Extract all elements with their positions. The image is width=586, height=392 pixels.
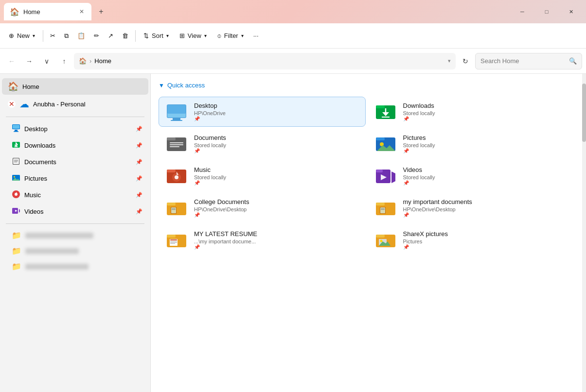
sidebar-item-desktop[interactable]: Desktop 📌 — [2, 121, 148, 137]
folder-item-documents[interactable]: Documents Stored locally 📌 — [159, 129, 366, 159]
toolbar-sep-1 — [43, 30, 43, 42]
tab-close-button[interactable]: ✕ — [78, 8, 86, 16]
sidebar-blurred-1[interactable]: 📁 — [2, 228, 148, 243]
svg-rect-55 — [376, 203, 385, 205]
svg-rect-61 — [167, 235, 176, 238]
home-tab[interactable]: 🏠 Home ✕ — [4, 3, 91, 20]
svg-rect-2 — [15, 130, 18, 131]
folder-item-sharex[interactable]: ShareX pictures Pictures 📌 — [368, 225, 575, 255]
sidebar-separator-2 — [6, 223, 144, 224]
sort-button[interactable]: ⇅ Sort ▾ — [139, 29, 174, 42]
sort-dropdown-icon: ▾ — [166, 33, 169, 38]
up-button[interactable]: ↑ — [56, 53, 72, 69]
sidebar-item-pictures[interactable]: Pictures 📌 — [2, 170, 148, 187]
sidebar-item-downloads[interactable]: Downloads 📌 — [2, 137, 148, 153]
close-button[interactable]: ✕ — [560, 4, 582, 19]
toolbar: ⊕ New ▾ ✂ ⧉ 📋 ✏ ↗ 🗑 ⇅ Sort ▾ ⊞ View ▾ ⌽ … — [0, 23, 586, 49]
svg-rect-25 — [171, 120, 182, 121]
share-icon: ↗ — [108, 32, 113, 39]
svg-marker-46 — [391, 171, 395, 183]
folder-item-music[interactable]: Music Stored locally 📌 — [159, 161, 366, 191]
cut-button[interactable]: ✂ — [46, 29, 59, 42]
svg-rect-64 — [170, 241, 177, 242]
title-bar: 🏠 Home ✕ + ─ □ ✕ — [0, 0, 586, 23]
folder-grid: Desktop HP\OneDrive 📌 Do — [159, 97, 574, 255]
myimportant-pin: 📌 — [403, 212, 568, 218]
documents-folder-name: Documents — [194, 134, 359, 141]
svg-rect-58 — [381, 208, 385, 209]
videos-folder-info: Videos Stored locally 📌 — [403, 166, 568, 186]
videos-pin: 📌 — [403, 180, 568, 186]
sidebar-blurred-3[interactable]: 📁 — [2, 259, 148, 274]
forward-button[interactable]: → — [21, 53, 37, 69]
svg-rect-59 — [381, 209, 385, 210]
sidebar-item-home[interactable]: 🏠 Home — [2, 78, 148, 95]
sort-icon: ⇅ — [143, 32, 149, 39]
svg-rect-68 — [376, 235, 385, 238]
folder-item-resume[interactable]: MY LATEST RESUME ...\my important docume… — [159, 225, 366, 255]
view-dropdown-icon: ▾ — [204, 33, 207, 38]
rename-button[interactable]: ✏ — [90, 29, 103, 42]
sort-label: Sort — [152, 32, 163, 39]
new-tab-button[interactable]: + — [93, 4, 109, 19]
view-label: View — [188, 32, 201, 39]
svg-rect-10 — [14, 160, 18, 160]
folder-item-myimportant[interactable]: my important documents HP\OneDrive\Deskt… — [368, 193, 575, 223]
new-icon: ⊕ — [9, 32, 14, 39]
desktop-pin-icon: 📌 — [136, 126, 142, 132]
address-path[interactable]: 🏠 › Home ▾ — [74, 53, 456, 69]
maximize-button[interactable]: □ — [535, 4, 558, 19]
sidebar-blurred-2[interactable]: 📁 — [2, 243, 148, 258]
copy-button[interactable]: ⧉ — [60, 29, 72, 43]
back-button[interactable]: ← — [4, 53, 19, 69]
refresh-button[interactable]: ↻ — [458, 53, 473, 69]
folder-item-pictures[interactable]: Pictures Stored locally 📌 — [368, 129, 575, 159]
dropdown-button[interactable]: ∨ — [39, 53, 54, 69]
folder-item-downloads[interactable]: Downloads Stored locally 📌 — [368, 97, 575, 127]
documents-folder-info: Documents Stored locally 📌 — [194, 134, 359, 153]
svg-rect-24 — [173, 118, 180, 120]
path-home-icon: 🏠 — [79, 57, 87, 65]
search-input[interactable] — [480, 57, 566, 65]
sidebar-item-videos[interactable]: Videos 📌 — [2, 204, 148, 220]
sidebar-item-onedrive[interactable]: ✕ ☁ Anubha - Personal — [2, 95, 148, 113]
scrollbar-thumb[interactable] — [582, 84, 586, 142]
folder-icon-pictures — [374, 134, 397, 153]
folder-icon-resume — [165, 230, 188, 250]
paste-icon: 📋 — [77, 32, 85, 39]
pictures-pin: 📌 — [403, 148, 568, 153]
folder-item-college[interactable]: College Documents HP\OneDrive\Desktop 📌 — [159, 193, 366, 223]
sharex-folder-sub: Pictures — [403, 239, 568, 244]
svg-rect-12 — [14, 162, 17, 162]
svg-rect-32 — [167, 137, 176, 140]
filter-dropdown-icon: ▾ — [241, 33, 244, 38]
music-folder-info: Music Stored locally 📌 — [194, 166, 359, 186]
delete-button[interactable]: 🗑 — [118, 29, 132, 42]
documents-folder-sub: Stored locally — [194, 142, 359, 148]
folder-item-desktop[interactable]: Desktop HP\OneDrive 📌 — [159, 97, 366, 127]
scrollbar-right[interactable] — [582, 74, 586, 392]
more-button[interactable]: ··· — [249, 29, 263, 42]
new-button[interactable]: ⊕ New ▾ — [4, 29, 40, 42]
music-folder-name: Music — [194, 166, 359, 173]
blurred-folder-icon-2: 📁 — [12, 246, 21, 256]
search-icon: 🔍 — [569, 57, 577, 65]
filter-button[interactable]: ⌽ Filter ▾ — [213, 29, 249, 42]
folder-item-videos[interactable]: Videos Stored locally 📌 — [368, 161, 575, 191]
svg-rect-66 — [170, 243, 175, 244]
resume-folder-info: MY LATEST RESUME ...\my important docume… — [194, 230, 359, 250]
home-sidebar-label: Home — [22, 83, 39, 90]
quick-access-toggle[interactable]: ▼ — [159, 82, 164, 89]
sidebar-item-documents[interactable]: Documents 📌 — [2, 154, 148, 170]
view-button[interactable]: ⊞ View ▾ — [175, 29, 212, 42]
share-button[interactable]: ↗ — [104, 29, 117, 42]
quick-access-header: ▼ Quick access — [159, 80, 574, 91]
dropdown-icon: ∨ — [44, 57, 49, 65]
sidebar-item-music[interactable]: Music 📌 — [2, 187, 148, 203]
resume-folder-sub: ...\my important docume... — [194, 239, 359, 244]
svg-rect-1 — [13, 125, 19, 129]
paste-button[interactable]: 📋 — [73, 29, 89, 42]
minimize-button[interactable]: ─ — [511, 4, 533, 19]
documents-pin: 📌 — [194, 148, 359, 153]
downloads-folder-info: Downloads Stored locally 📌 — [403, 102, 568, 121]
